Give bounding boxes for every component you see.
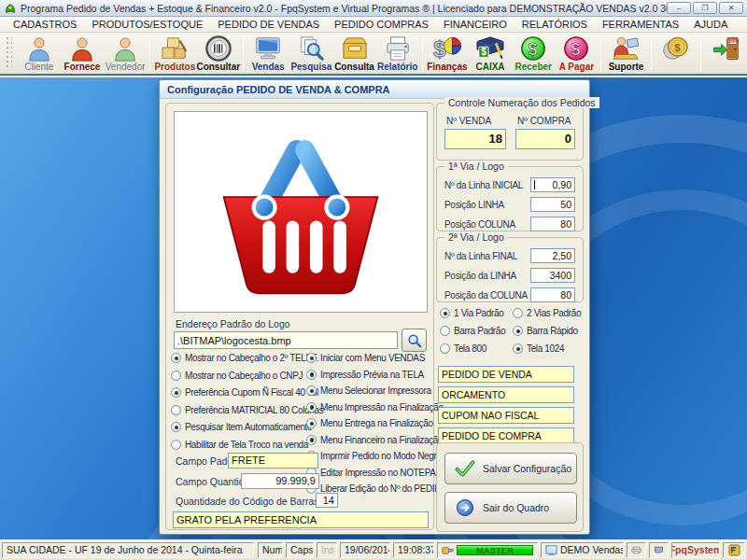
toolbar-produtos-button[interactable]: Produtos	[153, 33, 196, 74]
posicao-da-coluna-field[interactable]: 80	[530, 287, 575, 302]
cod-barras-field[interactable]: 14	[316, 493, 338, 508]
save-config-button[interactable]: Salvar Configuração	[444, 453, 577, 484]
radio-icon	[440, 343, 450, 354]
fpq-logo-icon	[728, 544, 740, 556]
logo-path-input[interactable]	[174, 331, 398, 349]
posicao-linha-label: Posição LINHA	[444, 200, 504, 210]
radio-1via-padrao[interactable]: 1 Via Padrão	[440, 308, 503, 318]
svg-text:$: $	[481, 47, 486, 57]
toolbar-coin-button[interactable]: $	[655, 33, 698, 74]
linha-inicial-field[interactable]: 0,90	[530, 177, 575, 192]
radio-icon	[440, 308, 450, 318]
radio-tela-1024[interactable]: Tela 1024	[513, 343, 564, 354]
menu-produtos-estoque[interactable]: PRODUTOS/ESTOQUE	[84, 18, 210, 31]
linha-final-label: Nº da Linha FINAL	[444, 251, 517, 261]
option-pesquisar-item[interactable]: Pesquisar Item Automaticamente	[171, 421, 323, 433]
status-printer-panel	[627, 542, 646, 558]
option-editar-notepad[interactable]: Editar Impressão no NOTEPAD	[306, 467, 448, 479]
menu-pedido-vendas[interactable]: PEDIDO DE VENDAS	[210, 18, 327, 31]
radio-barra-rapido[interactable]: Barra Rápido	[513, 326, 578, 336]
save-config-label: Salvar Configuração	[483, 463, 571, 474]
radio-barra-padrao[interactable]: Barra Padrão	[440, 326, 505, 336]
posicao-linha-field[interactable]: 50	[530, 197, 575, 212]
toolbar-apagar-button[interactable]: $ A Pagar	[555, 33, 598, 74]
svg-text:EXIT: EXIT	[729, 39, 739, 44]
footer-message-field[interactable]: GRATO PELA PREFERENCIA	[173, 511, 429, 528]
toolbar-grip[interactable]	[6, 36, 12, 70]
posicao-coluna-field[interactable]: 80	[530, 217, 575, 231]
option-financeiro-finalizacao[interactable]: Menu Financeiro na Finalização	[306, 434, 448, 446]
option-mostrar-cnpj[interactable]: Mostrar no Cabeçalho o CNPJ	[171, 370, 323, 382]
menu-ajuda[interactable]: AJUDA	[686, 18, 735, 31]
via1-group-title: 1ª Via / Logo	[444, 161, 508, 172]
option-impressao-finalizacao[interactable]: Menu Impressão na Finalização	[306, 401, 448, 413]
menu-financeiro[interactable]: FINANCEIRO	[436, 18, 514, 31]
toolbar-suporte-button[interactable]: Suporte	[604, 33, 647, 74]
num-compra-field[interactable]: 0	[515, 129, 575, 149]
campo-quantidade-field[interactable]: 99.999,9	[241, 473, 319, 489]
option-tela-troco[interactable]: Habilitar de Tela Troco na venda	[171, 439, 323, 451]
toolbar-relatorio-button[interactable]: Relatório	[376, 33, 419, 74]
user-key-icon	[442, 544, 454, 556]
toolbar-exit-button[interactable]: EXIT	[704, 33, 747, 74]
radio-icon	[440, 326, 450, 336]
posicao-da-linha-label: Posição da LINHA	[444, 271, 516, 281]
radio-tela-800[interactable]: Tela 800	[440, 343, 486, 354]
posicao-da-linha-field[interactable]: 3400	[530, 268, 575, 283]
toolbar: Cliente Fornece Vendedor Produtos Consul…	[0, 33, 747, 76]
via1-group: 1ª Via / Logo Nº da Linha INICIAL 0,90 P…	[436, 166, 584, 231]
toolbar-separator	[422, 35, 423, 71]
linha-final-field[interactable]: 2,50	[530, 248, 575, 263]
magnifier-icon	[407, 333, 422, 348]
toolbar-vendas-button[interactable]: Vendas	[247, 33, 289, 74]
option-mostrar-telef[interactable]: Mostrar no Cabeçalho o 2º TELEF.	[171, 352, 323, 364]
toolbar-pesquisa-button[interactable]: Pesquisa	[289, 33, 332, 74]
printer-icon	[383, 35, 413, 62]
toolbar-suporte-label: Suporte	[609, 62, 644, 72]
menu-ferramentas[interactable]: FERRAMENTAS	[595, 18, 686, 31]
option-menu-vendas[interactable]: Iniciar com Menu VENDAS	[306, 352, 448, 364]
doc-title-cupom-field[interactable]: CUPOM NAO FISCAL	[438, 407, 574, 424]
toolbar-cliente-button[interactable]: Cliente	[18, 33, 61, 74]
toolbar-consulta-button[interactable]: Consulta	[332, 33, 375, 74]
option-impressao-previa[interactable]: Impressão Prévia na TELA	[306, 369, 448, 381]
toolbar-financas-button[interactable]: $ Finanças	[426, 33, 469, 74]
close-button[interactable]: ✕	[719, 2, 743, 14]
exit-dialog-button[interactable]: Sair do Quadro	[444, 492, 577, 524]
doc-title-venda-field[interactable]: PEDIDO DE VENDA	[438, 366, 574, 383]
status-caps: Caps	[286, 542, 314, 558]
toolbar-relatorio-label: Relatório	[377, 62, 417, 72]
campo-padrao-field[interactable]: FRETE	[228, 453, 318, 469]
desktop-wallpaper: Configuração PEDIDO DE VENDA & COMPRA	[0, 77, 747, 539]
toolbar-separator	[700, 35, 701, 71]
browse-logo-button[interactable]	[402, 329, 427, 352]
radio-icon	[513, 308, 523, 318]
radio-icon	[171, 405, 181, 415]
minimize-button[interactable]: –	[667, 2, 691, 14]
menu-cadastros[interactable]: CADASTROS	[6, 18, 84, 31]
menu-relatorios[interactable]: RELATÓRIOS	[514, 18, 595, 31]
doc-title-orcamento-field[interactable]: ORCAMENTO	[438, 386, 574, 403]
status-time: 19:08:37	[393, 542, 434, 558]
search-documents-icon	[296, 35, 326, 62]
dialog-titlebar[interactable]: Configuração PEDIDO DE VENDA & COMPRA	[160, 80, 589, 99]
radio-2vias-padrao[interactable]: 2 Vias Padrão	[513, 308, 581, 318]
option-modo-negrito[interactable]: Imprmir Pedido no Modo Negrito	[306, 450, 448, 462]
radio-icon	[171, 371, 181, 381]
restore-button[interactable]: ❐	[693, 2, 717, 14]
option-cupom-fiscal[interactable]: Preferência Cupom Ñ Fiscal 40 col	[171, 386, 323, 399]
toolbar-caixa-button[interactable]: $ CAIXA	[469, 33, 512, 74]
menu-pedido-compras[interactable]: PEDIDO COMPRAS	[327, 18, 436, 31]
toolbar-consultar-button[interactable]: Consultar	[196, 33, 240, 74]
num-venda-field[interactable]: 18	[444, 129, 506, 149]
toolbar-vendedor-button[interactable]: Vendedor	[104, 33, 147, 74]
option-matricial[interactable]: Preferência MATRICIAL 80 Colunas	[171, 404, 323, 416]
toolbar-receber-button[interactable]: $ Receber	[512, 33, 555, 74]
check-icon	[455, 459, 475, 478]
status-logo-panel	[723, 542, 745, 558]
option-entrega-finalizacao[interactable]: Menu Entrega na Finalização	[306, 417, 448, 429]
toolbar-fornece-button[interactable]: Fornece	[61, 33, 104, 74]
drawer-icon	[340, 35, 370, 62]
right-panel: Controle Numeração dos Pedidos Nº VENDA …	[436, 99, 585, 534]
option-selecionar-impressora[interactable]: Menu Selecionar Impressora	[306, 385, 448, 397]
